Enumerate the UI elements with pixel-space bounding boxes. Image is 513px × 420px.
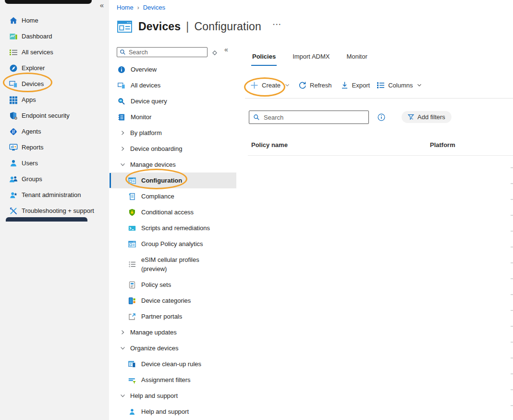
main-panel: Policies Import ADMX Monitor Create Refr… — [244, 44, 513, 420]
menu-group-device-onboarding[interactable]: Device onboarding — [110, 141, 236, 157]
chevron-down-icon — [120, 345, 126, 351]
device-cleanup-icon — [128, 360, 136, 368]
resource-menu: « Overview All devices Device query Moni… — [110, 44, 236, 420]
esim-list-icon — [128, 260, 136, 268]
page-header: Home›Devices Devices|Configuration ··· — [110, 0, 513, 44]
menu-group-by-platform[interactable]: By platform — [110, 125, 236, 141]
resource-menu-search[interactable] — [117, 47, 208, 57]
leftnav-item-apps[interactable]: Apps — [0, 92, 109, 108]
leftnav-item-agents[interactable]: Agents — [0, 124, 109, 139]
collapse-leftnav-icon[interactable]: « — [100, 1, 104, 9]
dashboard-icon — [9, 32, 18, 41]
menu-item-all-devices[interactable]: All devices — [110, 77, 236, 93]
refresh-icon — [298, 81, 306, 89]
leftnav-item-groups[interactable]: Groups — [0, 171, 109, 187]
explorer-compass-icon — [9, 64, 18, 73]
leftnav-item-reports[interactable]: Reports — [0, 139, 109, 155]
breadcrumb-devices-link[interactable]: Devices — [143, 4, 165, 11]
leftnav-item-dashboard[interactable]: Dashboard — [0, 28, 109, 44]
user-icon — [9, 159, 18, 168]
leftnav-item-all-services[interactable]: All services — [0, 44, 109, 60]
menu-item-conditional-access[interactable]: Conditional access — [110, 204, 236, 220]
columns-list-icon — [377, 81, 385, 89]
leftnav-item-troubleshooting[interactable]: Troubleshooting + support — [0, 203, 109, 219]
menu-item-scripts-remediations[interactable]: Scripts and remediations — [110, 220, 236, 236]
home-icon — [9, 16, 18, 25]
breadcrumb-home-link[interactable]: Home — [117, 4, 134, 11]
leftnav-item-tenant-administration[interactable]: Tenant administration — [0, 187, 109, 203]
tab-policies[interactable]: Policies — [251, 52, 277, 66]
menu-group-manage-devices[interactable]: Manage devices — [110, 157, 236, 173]
info-icon — [118, 66, 125, 74]
menu-item-assignment-filters[interactable]: Assignment filters — [110, 372, 236, 388]
page-title-secondary: Configuration — [195, 20, 261, 33]
conditional-access-shield-icon — [128, 209, 136, 216]
policy-search-input[interactable] — [264, 114, 365, 121]
help-person-icon — [128, 408, 136, 416]
left-nav: « Home Dashboard All services Explorer D… — [0, 0, 109, 420]
group-policy-window-icon — [128, 240, 136, 248]
add-filters-button[interactable]: Add filters — [402, 111, 452, 123]
menu-item-device-cleanup-rules[interactable]: Device clean-up rules — [110, 356, 236, 372]
tab-monitor[interactable]: Monitor — [345, 52, 368, 66]
toolbar-divider — [245, 98, 513, 99]
more-actions-ellipsis[interactable]: ··· — [273, 21, 282, 28]
menu-group-help-and-support[interactable]: Help and support — [110, 388, 236, 404]
menu-item-overview[interactable]: Overview — [110, 62, 236, 77]
grid-row-edge-marks — [511, 167, 513, 420]
breadcrumb-separator: › — [137, 4, 139, 11]
column-header-platform[interactable]: Platform — [430, 141, 455, 148]
menu-group-organize-devices[interactable]: Organize devices — [110, 340, 236, 356]
pin-diamond-icon[interactable] — [212, 49, 218, 55]
info-circle-icon[interactable] — [378, 113, 385, 121]
configuration-window-icon — [128, 177, 136, 185]
menu-group-manage-updates[interactable]: Manage updates — [110, 324, 236, 340]
chevron-down-icon — [120, 161, 126, 168]
shield-gear-icon — [9, 111, 18, 120]
agents-icon — [9, 127, 18, 136]
resource-menu-list: Overview All devices Device query Monito… — [110, 62, 236, 420]
leftnav-item-explorer[interactable]: Explorer — [0, 60, 109, 76]
policy-sets-icon — [128, 281, 136, 289]
tab-bar: Policies Import ADMX Monitor — [251, 52, 383, 66]
tab-import-admx[interactable]: Import ADMX — [292, 52, 330, 66]
leftnav-item-endpoint-security[interactable]: Endpoint security — [0, 108, 109, 124]
menu-item-configuration[interactable]: Configuration — [110, 173, 236, 188]
column-header-policy-name[interactable]: Policy name — [251, 141, 288, 148]
top-popup-edge — [5, 0, 92, 4]
apps-grid-icon — [9, 96, 18, 104]
table-header-divider — [248, 155, 513, 156]
menu-item-partner-portals[interactable]: Partner portals — [110, 309, 236, 324]
export-button[interactable]: Export — [341, 81, 370, 89]
menu-item-policy-sets[interactable]: Policy sets — [110, 277, 236, 293]
device-categories-icon — [128, 297, 136, 305]
policy-search-box[interactable] — [249, 111, 369, 124]
menu-item-group-policy-analytics[interactable]: Group Policy analytics — [110, 236, 236, 252]
configuration-window-icon — [117, 20, 132, 34]
create-button[interactable]: Create — [250, 81, 290, 89]
menu-item-compliance[interactable]: Compliance — [110, 188, 236, 204]
menu-item-esim-cellular-profiles[interactable]: eSIM cellular profiles(preview) — [110, 252, 236, 277]
collapse-resource-menu-icon[interactable]: « — [224, 46, 228, 53]
device-query-icon — [118, 98, 125, 105]
menu-item-help-and-support[interactable]: Help and support — [110, 404, 236, 420]
leftnav-item-users[interactable]: Users — [0, 155, 109, 171]
menu-item-device-query[interactable]: Device query — [110, 93, 236, 109]
menu-item-device-categories[interactable]: Device categories — [110, 293, 236, 309]
resource-menu-search-input[interactable] — [129, 49, 205, 56]
leftnav-item-home[interactable]: Home — [0, 12, 109, 28]
chevron-right-icon — [120, 130, 126, 136]
reports-monitor-icon — [9, 143, 18, 152]
external-link-icon — [128, 313, 136, 321]
table-header-row: Policy name Platform — [251, 141, 513, 149]
assignment-filters-icon — [128, 376, 136, 384]
chevron-down-icon — [416, 82, 422, 88]
menu-item-monitor[interactable]: Monitor — [110, 109, 236, 125]
columns-button[interactable]: Columns — [377, 81, 422, 89]
leftnav-item-devices[interactable]: Devices — [0, 76, 109, 92]
group-users-icon — [9, 175, 18, 184]
terminal-icon — [128, 224, 136, 232]
chevron-down-icon — [284, 82, 290, 88]
command-bar: Create Refresh Export Columns — [250, 79, 422, 91]
refresh-button[interactable]: Refresh — [298, 81, 332, 89]
